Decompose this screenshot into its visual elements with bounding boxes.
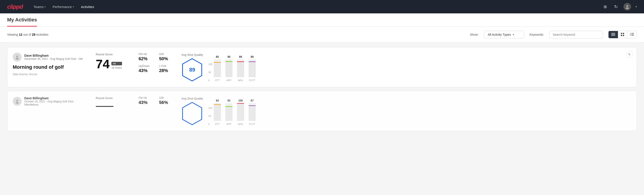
view-list-detail-button[interactable] (627, 31, 637, 38)
svg-marker-20 (182, 102, 202, 125)
nav-performance[interactable]: Performance ▾ (53, 4, 74, 10)
nav-teams[interactable]: Teams ▾ (34, 4, 46, 10)
nav-teams-label: Teams (34, 5, 44, 9)
gir-label: GIR (159, 96, 174, 100)
show-label: Show: (470, 33, 479, 36)
bar-marker (248, 61, 256, 62)
fw-hit-value: 62% (138, 56, 154, 61)
y-label-100: 100 (208, 63, 212, 66)
bar-category-label: OTT (215, 123, 220, 126)
search-input[interactable] (553, 33, 600, 36)
bar-group: 89PUTT (248, 55, 256, 82)
stats-section: FW Hit 43% GIR 56% (138, 96, 174, 105)
activity-card: Dave Billingham October 16, 2021 - Gog M… (7, 91, 637, 131)
score-row: 74 +4 18 Holes (96, 58, 132, 70)
bar-value: 87 (250, 99, 254, 102)
svg-rect-5 (621, 33, 622, 34)
bar-fill (248, 61, 256, 77)
svg-rect-6 (623, 33, 624, 34)
nav-right: ⊕ ↻ ▾ (602, 3, 637, 10)
bar-category-label: APP (226, 79, 232, 82)
page-header: My Activities (0, 14, 644, 27)
bar-group: 94OTT (214, 99, 221, 126)
main-nav: clippd Teams ▾ Performance ▾ Activities … (0, 0, 644, 14)
round-score-section: Round Score (96, 96, 132, 107)
bar-group: 106ARG (237, 99, 244, 126)
view-list-compact-button[interactable] (608, 31, 618, 38)
add-icon[interactable]: ⊕ (602, 4, 608, 10)
search-input-wrap[interactable] (550, 31, 603, 38)
gir-stat: GIR 50% (159, 53, 174, 61)
bar-fill (226, 61, 232, 77)
view-grid-button[interactable] (618, 31, 627, 38)
score-value: 74 (96, 58, 110, 70)
bar-fill (214, 62, 221, 77)
dropdown-chevron-icon: ▾ (513, 33, 514, 36)
quality-label-area: Avg Shot Quality 89 (182, 53, 203, 82)
bar-group: 87PUTT (248, 99, 256, 126)
refresh-icon[interactable]: ↻ (613, 4, 619, 10)
bar-category-label: APP (226, 123, 232, 126)
activity-card: Dave Billingham December 05, 2021 - Gog … (7, 47, 637, 87)
avatar[interactable] (624, 3, 631, 10)
avatar-chevron-icon: ▾ (636, 5, 637, 8)
viewing-label: Activities (36, 33, 48, 36)
quality-section-label: Avg Shot Quality (182, 53, 203, 56)
bar-container (214, 103, 221, 121)
svg-rect-11 (630, 34, 631, 34)
hex-number: 89 (189, 67, 195, 73)
bar-category-label: PUTT (249, 79, 256, 82)
svg-rect-4 (611, 35, 615, 36)
card-left: Dave Billingham December 05, 2021 - Gog … (13, 53, 88, 76)
gir-label: GIR (159, 53, 174, 56)
quality-section: Avg Shot Quality 89 100 50 0 85OTT90APP8… (182, 53, 631, 82)
user-info: Dave Billingham October 16, 2021 - Gog M… (24, 96, 88, 106)
nav-activities[interactable]: Activities (81, 4, 94, 10)
updown-value: 43% (138, 68, 154, 73)
logo[interactable]: clippd (7, 3, 23, 10)
gir-value: 50% (159, 56, 174, 61)
svg-rect-13 (630, 35, 631, 36)
svg-rect-3 (611, 34, 615, 34)
bar-fill (248, 105, 256, 121)
bar-marker (226, 106, 232, 107)
bar-chart: 100 50 0 85OTT90APP89ARG89PUTT (208, 53, 256, 82)
y-label-0: 0 (208, 79, 212, 82)
keywords-label: Keywords: (530, 33, 544, 36)
edit-button[interactable]: ✎ (626, 51, 633, 58)
hexagon-wrap: 89 (182, 58, 202, 82)
bar-group: 89ARG (237, 55, 244, 82)
quality-section-label: Avg Shot Quality (182, 97, 203, 100)
bar-container (226, 103, 232, 121)
bar-marker (248, 105, 256, 106)
avatar (13, 97, 22, 106)
score-badge: +4 (111, 62, 122, 65)
bar-category-label: OTT (215, 79, 220, 82)
bar-value: 85 (216, 55, 219, 58)
svg-rect-10 (631, 33, 634, 34)
viewing-count: 12 (19, 33, 22, 36)
oneputt-stat: 1 Putt 28% (159, 64, 174, 73)
quality-section: Avg Shot Quality 100 50 0 94OTT82APP106A… (182, 96, 631, 126)
user-name: Dave Billingham (24, 54, 82, 57)
y-label-50: 50 (208, 71, 212, 74)
bar-value: 94 (216, 99, 219, 102)
activity-type-dropdown[interactable]: All Activity Types ▾ (484, 31, 524, 38)
svg-point-16 (16, 58, 19, 60)
svg-point-1 (626, 7, 629, 9)
bar-value: 89 (239, 55, 242, 58)
filter-bar: Viewing 12 out of 29 Activities Show: Al… (0, 27, 644, 42)
fw-hit-stat: FW Hit 43% (138, 96, 154, 105)
bar-group: 82APP (226, 99, 232, 126)
user-date: October 16, 2021 - Gog Magog Golf Club -… (24, 100, 88, 106)
chevron-down-icon: ▾ (44, 6, 46, 8)
svg-rect-14 (631, 35, 634, 36)
round-score-label: Round Score (96, 96, 132, 100)
card-left: Dave Billingham October 16, 2021 - Gog M… (13, 96, 88, 109)
updown-label: Up/Down (138, 64, 154, 68)
view-toggles (608, 31, 637, 38)
nav-performance-label: Performance (53, 5, 72, 9)
bar-fill (237, 61, 244, 77)
bar-container (237, 59, 244, 77)
bar-category-label: ARG (238, 123, 243, 126)
